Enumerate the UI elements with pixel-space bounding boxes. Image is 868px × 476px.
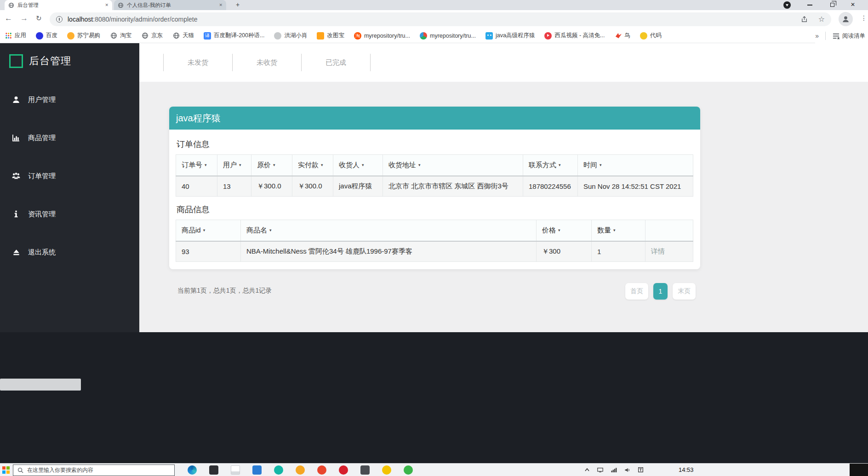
column-header[interactable]: 时间▾ bbox=[578, 155, 693, 176]
url-text[interactable]: localhost:8080/minority/admin/order/comp… bbox=[68, 16, 198, 23]
bookmarks-bar: 应用 百度 苏宁易购 淘宝 京东 天猫 译 bbox=[0, 28, 868, 43]
taskbar-clock[interactable]: 14:53 bbox=[679, 466, 694, 473]
windows-start-icon[interactable] bbox=[2, 466, 10, 474]
page-1-button[interactable]: 1 bbox=[653, 283, 668, 300]
bookmark-item[interactable]: 淘 myrepository/tru... bbox=[354, 32, 410, 40]
sidebar-item-logout[interactable]: 退出系统 bbox=[0, 244, 139, 260]
column-header[interactable]: 收货人▾ bbox=[333, 155, 383, 176]
bookmark-item[interactable]: java高级程序猿 bbox=[485, 32, 535, 40]
first-page-button[interactable]: 首页 bbox=[625, 283, 648, 300]
taskbar-app-icon[interactable] bbox=[231, 465, 240, 475]
tab-not-shipped[interactable]: 未发货 bbox=[164, 58, 232, 67]
taskbar-app-icon[interactable] bbox=[360, 465, 370, 475]
window-minimize-button[interactable] bbox=[807, 5, 812, 6]
sort-caret-icon: ▾ bbox=[558, 228, 560, 232]
taskbar-app-icon[interactable] bbox=[404, 465, 413, 475]
cell-user-id: 13 bbox=[217, 176, 251, 197]
reload-icon[interactable]: ↻ bbox=[36, 14, 42, 23]
sidebar-item-news[interactable]: 资讯管理 bbox=[0, 206, 139, 222]
taskbar-app-icon[interactable] bbox=[252, 465, 262, 475]
browser-tab-admin[interactable]: 后台管理 ✕ bbox=[5, 0, 112, 10]
column-header[interactable]: 订单号▾ bbox=[176, 155, 217, 176]
tab-close-icon[interactable]: ✕ bbox=[105, 3, 108, 7]
taskbar-app-icon[interactable] bbox=[296, 465, 305, 475]
taskbar-app-icon[interactable] bbox=[339, 465, 348, 475]
sketch-icon bbox=[274, 32, 281, 40]
divider bbox=[825, 32, 826, 40]
cell-quantity: 1 bbox=[592, 241, 645, 262]
column-header[interactable]: 数量▾ bbox=[592, 220, 645, 241]
order-section-title: 订单信息 bbox=[177, 139, 694, 150]
taskbar-corner[interactable] bbox=[850, 464, 868, 476]
tray-chevron-icon[interactable] bbox=[585, 468, 589, 471]
tray-volume-icon[interactable] bbox=[625, 468, 630, 472]
column-header[interactable]: 商品id▾ bbox=[176, 220, 241, 241]
reading-list-label[interactable]: 阅读清单 bbox=[842, 32, 865, 40]
profile-avatar[interactable] bbox=[839, 12, 853, 26]
bookmark-item[interactable]: 代码 bbox=[640, 32, 662, 40]
tab-close-icon[interactable]: ✕ bbox=[219, 3, 223, 7]
bookmark-item[interactable]: 百度 bbox=[36, 32, 57, 40]
sort-caret-icon: ▾ bbox=[613, 228, 616, 232]
taskbar-app-icon[interactable] bbox=[188, 465, 197, 475]
bookmark-apps[interactable]: 应用 bbox=[5, 32, 26, 40]
back-icon[interactable]: ← bbox=[5, 14, 12, 23]
bird-icon bbox=[614, 32, 622, 40]
column-header[interactable]: 用户▾ bbox=[217, 155, 251, 176]
bookmark-item[interactable]: 改图宝 bbox=[317, 32, 344, 40]
bookmark-item[interactable]: 鸟 bbox=[614, 32, 630, 40]
browser-tab-orders[interactable]: 个人信息-我的订单 ✕ bbox=[114, 0, 226, 10]
translate-icon: 译 bbox=[204, 32, 211, 40]
forward-icon[interactable]: → bbox=[20, 14, 28, 23]
bookmark-item[interactable]: 苏宁易购 bbox=[67, 32, 100, 40]
bookmark-item[interactable]: 天猫 bbox=[172, 32, 194, 40]
order-table-row: 40 13 ￥300.0 ￥300.0 java程序猿 北京市 北京市市辖区 东… bbox=[176, 176, 693, 197]
bookmark-item[interactable]: 京东 bbox=[141, 32, 163, 40]
window-close-button[interactable]: ✕ bbox=[851, 1, 855, 8]
bookmark-star-icon[interactable]: ☆ bbox=[818, 16, 825, 23]
tab-title: 个人信息-我的订单 bbox=[127, 2, 216, 9]
cell-receiver: java程序猿 bbox=[333, 176, 383, 197]
bookmark-item[interactable]: 淘宝 bbox=[110, 32, 131, 40]
bookmark-item[interactable]: 西瓜视频 - 高清免... bbox=[544, 32, 605, 40]
column-header[interactable]: 价格▾ bbox=[537, 220, 592, 241]
sidebar-item-users[interactable]: 用户管理 bbox=[0, 92, 139, 108]
column-header[interactable]: 实付款▾ bbox=[292, 155, 333, 176]
window-maximize-button[interactable] bbox=[830, 3, 834, 7]
taskbar-search-box[interactable]: 在这里输入你要搜索的内容 bbox=[13, 465, 175, 476]
last-page-button[interactable]: 末页 bbox=[673, 283, 696, 300]
browser-menu-icon[interactable]: ⋮ bbox=[861, 14, 867, 22]
page-info-icon[interactable] bbox=[56, 16, 63, 23]
detail-link[interactable]: 详情 bbox=[651, 247, 665, 255]
share-icon[interactable] bbox=[800, 16, 808, 23]
taskbar-app-icon[interactable] bbox=[274, 465, 283, 475]
new-tab-button[interactable]: + bbox=[234, 1, 242, 9]
tray-network-icon[interactable] bbox=[611, 468, 617, 472]
tab-completed[interactable]: 已完成 bbox=[302, 58, 370, 67]
sidebar-item-orders[interactable]: 订单管理 bbox=[0, 168, 139, 184]
tray-display-icon[interactable] bbox=[597, 468, 603, 472]
bookmark-item[interactable]: 洪湖小肖 bbox=[274, 32, 307, 40]
taskbar-app-icon[interactable] bbox=[317, 465, 326, 475]
column-header[interactable]: 联系方式▾ bbox=[523, 155, 578, 176]
card-title: java程序猿 bbox=[176, 112, 221, 125]
bookmark-item[interactable]: myrepository/tru... bbox=[420, 32, 476, 40]
tray-input-icon[interactable] bbox=[638, 467, 643, 472]
card-header: java程序猿 bbox=[169, 107, 700, 130]
column-header[interactable]: 原价▾ bbox=[251, 155, 292, 176]
order-table: 订单号▾ 用户▾ 原价▾ 实付款▾ 收货人▾ 收货地址▾ 联系方式▾ 时间▾ 4… bbox=[176, 154, 693, 197]
product-table-header-row: 商品id▾ 商品名▾ 价格▾ 数量▾ bbox=[176, 220, 693, 241]
bookmarks-overflow-icon[interactable]: » bbox=[815, 32, 819, 40]
divider bbox=[370, 54, 371, 71]
tab-not-received[interactable]: 未收货 bbox=[233, 58, 301, 67]
taskbar-app-icon[interactable] bbox=[382, 465, 391, 475]
sidebar-item-products[interactable]: 商品管理 bbox=[0, 130, 139, 146]
column-header[interactable]: 商品名▾ bbox=[241, 220, 537, 241]
browser-titlebar: 后台管理 ✕ 个人信息-我的订单 ✕ + ✕ bbox=[0, 0, 868, 10]
column-header[interactable]: 收货地址▾ bbox=[383, 155, 523, 176]
browser-update-icon[interactable] bbox=[783, 1, 791, 9]
taskbar-app-icon[interactable] bbox=[209, 465, 218, 475]
order-card: java程序猿 订单信息 订单号▾ 用户▾ 原价▾ 实付款▾ 收货人▾ 收货地址… bbox=[169, 107, 700, 269]
bookmark-item[interactable]: 译 百度翻译-200种语... bbox=[204, 32, 264, 40]
address-bar[interactable]: localhost:8080/minority/admin/order/comp… bbox=[50, 12, 831, 26]
